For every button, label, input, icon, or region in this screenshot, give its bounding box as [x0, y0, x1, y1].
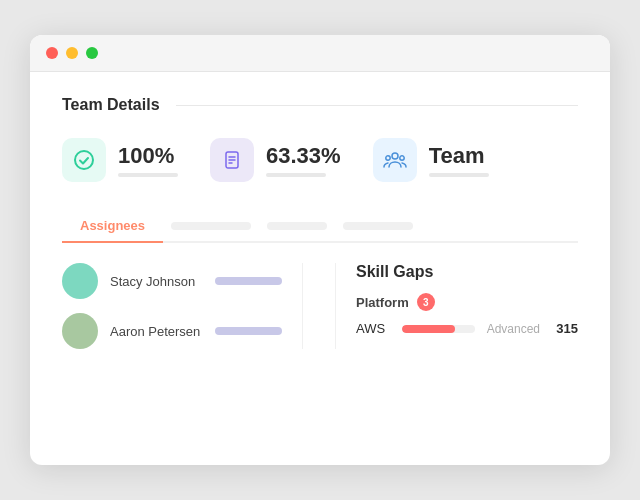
- titlebar: [30, 35, 610, 72]
- stat-team-value: Team: [429, 143, 489, 169]
- assignee-row: Stacy Johnson: [62, 263, 282, 299]
- skill-row: AWS Advanced 315: [356, 321, 578, 336]
- svg-point-7: [399, 156, 403, 160]
- stat-team: Team: [373, 138, 489, 182]
- tabs-row: Assignees: [62, 210, 578, 243]
- assignee-bar: [215, 277, 282, 285]
- stats-row: 100% 63.33%: [62, 138, 578, 182]
- stat-completion-bar: [118, 173, 178, 177]
- svg-point-0: [75, 151, 93, 169]
- avatar: [62, 313, 98, 349]
- document-icon: [210, 138, 254, 182]
- section-header: Team Details: [62, 96, 578, 114]
- tab-placeholder-3: [343, 222, 413, 230]
- assignee-name: Stacy Johnson: [110, 274, 203, 289]
- assignees-list: Stacy Johnson Aaron Petersen: [62, 263, 282, 349]
- header-divider: [176, 105, 578, 106]
- section-title: Team Details: [62, 96, 160, 114]
- maximize-button[interactable]: [86, 47, 98, 59]
- avatar: [62, 263, 98, 299]
- platform-row: Platform 3: [356, 293, 578, 311]
- main-window: Team Details 100%: [30, 35, 610, 465]
- skill-level: Advanced: [485, 322, 540, 336]
- main-body: Stacy Johnson Aaron Petersen Skill Gaps …: [62, 263, 578, 349]
- svg-point-5: [392, 153, 398, 159]
- stat-completion: 100%: [62, 138, 178, 182]
- stat-score-bar: [266, 173, 326, 177]
- skill-bar-bg: [402, 325, 475, 333]
- assignees-panel: Stacy Johnson Aaron Petersen: [62, 263, 282, 349]
- stat-team-bar: [429, 173, 489, 177]
- svg-point-6: [385, 156, 389, 160]
- check-icon: [62, 138, 106, 182]
- panel-divider: [302, 263, 303, 349]
- assignee-name: Aaron Petersen: [110, 324, 203, 339]
- tab-placeholder-2: [267, 222, 327, 230]
- stat-completion-info: 100%: [118, 143, 178, 177]
- skill-gaps-title: Skill Gaps: [356, 263, 578, 281]
- stat-score: 63.33%: [210, 138, 341, 182]
- stat-team-info: Team: [429, 143, 489, 177]
- assignee-bar: [215, 327, 282, 335]
- platform-badge: 3: [417, 293, 435, 311]
- minimize-button[interactable]: [66, 47, 78, 59]
- tab-placeholder-1: [171, 222, 251, 230]
- stat-completion-value: 100%: [118, 143, 178, 169]
- close-button[interactable]: [46, 47, 58, 59]
- platform-label: Platform: [356, 295, 409, 310]
- tab-assignees[interactable]: Assignees: [62, 210, 163, 243]
- skill-name: AWS: [356, 321, 392, 336]
- skill-bar-fill: [402, 325, 455, 333]
- skill-score: 315: [550, 321, 578, 336]
- team-icon: [373, 138, 417, 182]
- assignee-row: Aaron Petersen: [62, 313, 282, 349]
- content-area: Team Details 100%: [30, 72, 610, 369]
- skill-gaps-panel: Skill Gaps Platform 3 AWS Advanced 315: [335, 263, 578, 349]
- stat-score-value: 63.33%: [266, 143, 341, 169]
- stat-score-info: 63.33%: [266, 143, 341, 177]
